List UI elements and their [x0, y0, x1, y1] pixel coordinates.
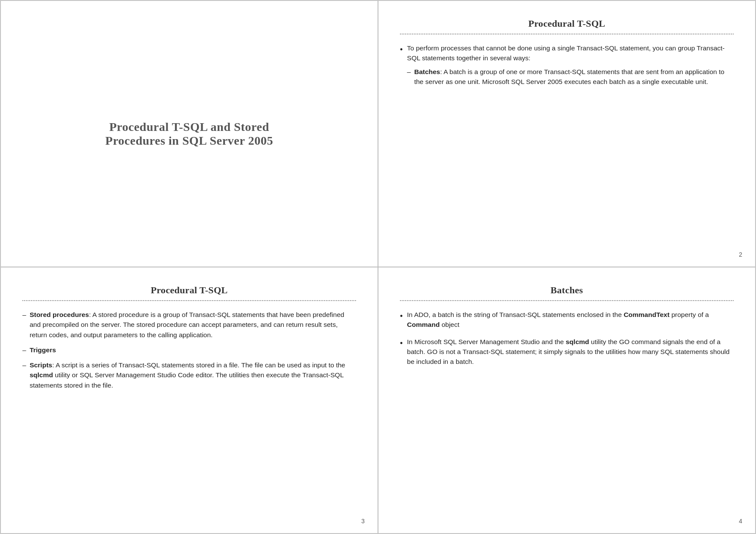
- dash-icon: –: [22, 345, 26, 355]
- slide-3-heading: Procedural T-SQL: [22, 285, 356, 296]
- list-item-ssms: • In Microsoft SQL Server Management Stu…: [400, 337, 734, 367]
- dash-icon: –: [22, 310, 26, 320]
- list-item-scripts: – Scripts: A script is a series of Trans…: [22, 360, 356, 390]
- slide-4: Batches • In ADO, a batch is the string …: [378, 267, 756, 534]
- body-scripts-2: utility or SQL Server Management Studio …: [30, 371, 344, 388]
- dash-icon: –: [22, 360, 26, 370]
- label-stored: Stored procedures: [30, 311, 89, 318]
- page-number: 3: [361, 518, 365, 525]
- list-item-stored-procs: – Stored procedures: A stored procedure …: [22, 310, 356, 340]
- item-text: Stored procedures: A stored procedure is…: [30, 310, 356, 340]
- text-seg-3: object: [440, 321, 459, 328]
- bullet-dot: •: [400, 338, 403, 349]
- item-text: In Microsoft SQL Server Management Studi…: [407, 337, 734, 367]
- list-item: • To perform processes that cannot be do…: [400, 43, 734, 92]
- slide-4-content: • In ADO, a batch is the string of Trans…: [400, 310, 734, 366]
- dash-icon: –: [407, 67, 411, 77]
- sqlcmd-bold-2: sqlcmd: [565, 338, 589, 345]
- slide-1: Procedural T-SQL and Stored Procedures i…: [0, 0, 378, 267]
- slide-2-content: • To perform processes that cannot be do…: [400, 43, 734, 92]
- text-segment: To perform processes that cannot be done…: [407, 44, 725, 62]
- list-item-triggers: – Triggers: [22, 345, 356, 355]
- sub-item-text: Batches: A batch is a group of one or mo…: [414, 67, 734, 87]
- sqlcmd-bold: sqlcmd: [30, 371, 53, 379]
- list-item-text: To perform processes that cannot be done…: [407, 43, 734, 92]
- label-scripts: Scripts: [30, 361, 53, 369]
- text-seg-2: property of a: [669, 311, 709, 318]
- item-text: Triggers: [30, 345, 56, 355]
- commandtext-bold: CommandText: [624, 311, 670, 318]
- sub-item-body: : A batch is a group of one or more Tran…: [414, 68, 725, 85]
- slide-2-heading: Procedural T-SQL: [400, 18, 734, 29]
- body-scripts-1: : A script is a series of Transact-SQL s…: [52, 361, 345, 369]
- text-seg-4: In Microsoft SQL Server Management Studi…: [407, 338, 565, 345]
- slide-3: Procedural T-SQL – Stored procedures: A …: [0, 267, 378, 534]
- slide-4-heading: Batches: [400, 285, 734, 296]
- command-bold: Command: [407, 321, 440, 328]
- bullet-dot: •: [400, 44, 403, 56]
- slide-2: Procedural T-SQL • To perform processes …: [378, 0, 756, 267]
- list-item-ado: • In ADO, a batch is the string of Trans…: [400, 310, 734, 330]
- item-text: In ADO, a batch is the string of Transac…: [407, 310, 734, 330]
- page-number: 4: [739, 518, 742, 525]
- sub-item-label: Batches: [414, 68, 440, 75]
- slide-4-divider: [400, 300, 734, 301]
- text-seg-1: In ADO, a batch is the string of Transac…: [407, 311, 624, 318]
- bullet-dot: •: [400, 310, 403, 322]
- slide-1-title: Procedural T-SQL and Stored Procedures i…: [105, 120, 273, 148]
- label-triggers: Triggers: [30, 346, 56, 354]
- item-text: Scripts: A script is a series of Transac…: [30, 360, 356, 390]
- page-number: 2: [739, 251, 742, 258]
- slide-3-divider: [22, 300, 356, 301]
- slide-2-divider: [400, 34, 734, 34]
- sub-list-item: – Batches: A batch is a group of one or …: [407, 67, 734, 87]
- slide-3-content: – Stored procedures: A stored procedure …: [22, 310, 356, 390]
